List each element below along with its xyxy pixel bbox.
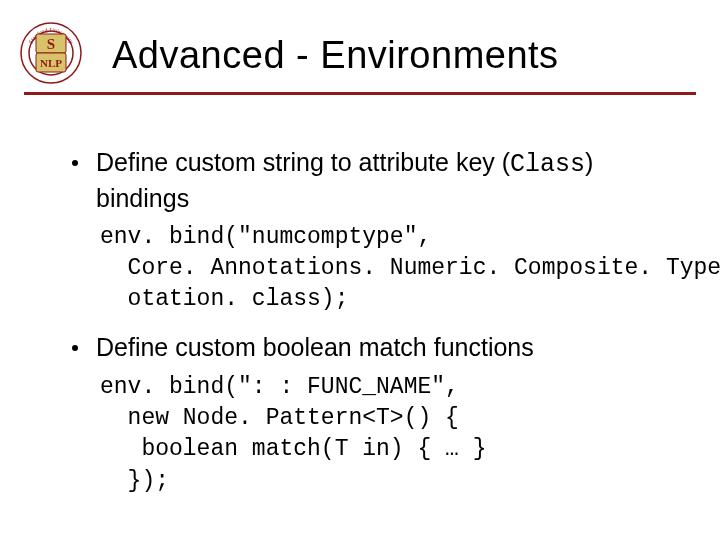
slide: Stanford University S NLP Advanced - Env…: [0, 0, 720, 540]
bullet-item: Define custom boolean match functions: [72, 331, 672, 367]
header-rule: [24, 92, 696, 95]
bullet-mono-part: Class: [510, 150, 585, 179]
logo-nlp-text: NLP: [40, 57, 62, 69]
bullet-dot-icon: [72, 160, 78, 166]
slide-body: Define custom string to attribute key (C…: [72, 130, 672, 497]
bullet-dot-icon: [72, 345, 78, 351]
bullet-text: Define custom string to attribute key (C…: [96, 146, 672, 216]
bullet-text-part: Define custom boolean match functions: [96, 333, 534, 361]
logo-s-icon: S: [47, 36, 55, 52]
slide-header: Stanford University S NLP Advanced - Env…: [0, 18, 720, 96]
bullet-text-part: Define custom string to attribute key (: [96, 148, 510, 176]
bullet-item: Define custom string to attribute key (C…: [72, 146, 672, 216]
slide-title: Advanced - Environments: [112, 34, 559, 77]
code-block: env. bind("numcomptype", Core. Annotatio…: [100, 222, 672, 315]
stanford-nlp-logo: Stanford University S NLP: [20, 22, 82, 84]
code-block: env. bind(": : FUNC_NAME", new Node. Pat…: [100, 372, 672, 496]
bullet-text: Define custom boolean match functions: [96, 331, 534, 367]
